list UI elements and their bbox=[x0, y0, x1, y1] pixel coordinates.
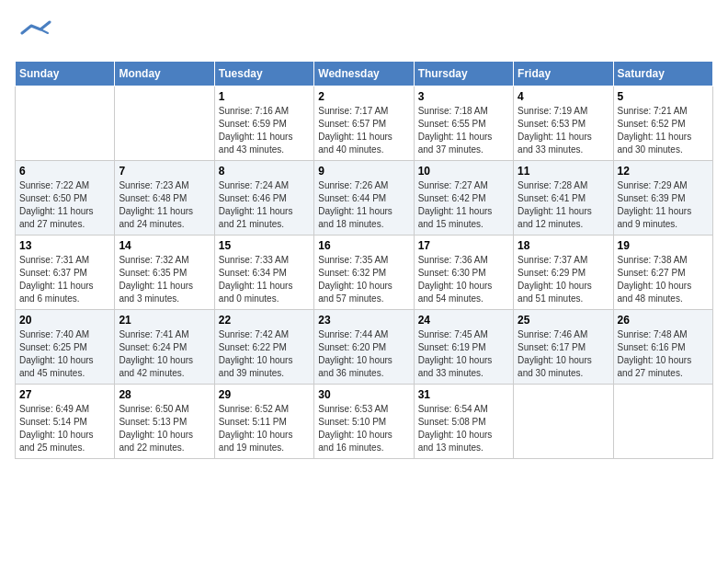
day-number: 4 bbox=[518, 90, 609, 103]
day-number: 29 bbox=[219, 388, 310, 401]
day-header-tuesday: Tuesday bbox=[214, 62, 313, 86]
day-number: 10 bbox=[418, 165, 509, 178]
page-header bbox=[15, 15, 713, 52]
day-info: Sunrise: 7:28 AMSunset: 6:41 PMDaylight:… bbox=[518, 179, 609, 231]
day-info: Sunrise: 6:50 AMSunset: 5:13 PMDaylight:… bbox=[119, 403, 210, 454]
day-number: 8 bbox=[219, 165, 310, 178]
day-info: Sunrise: 6:54 AMSunset: 5:08 PMDaylight:… bbox=[418, 403, 509, 454]
day-number: 1 bbox=[219, 90, 310, 103]
day-header-sunday: Sunday bbox=[16, 62, 115, 86]
day-number: 30 bbox=[318, 388, 409, 401]
day-info: Sunrise: 7:31 AMSunset: 6:37 PMDaylight:… bbox=[19, 254, 110, 305]
day-number: 9 bbox=[318, 165, 409, 178]
day-info: Sunrise: 7:41 AMSunset: 6:24 PMDaylight:… bbox=[119, 328, 210, 380]
day-header-friday: Friday bbox=[514, 62, 613, 86]
day-info: Sunrise: 7:26 AMSunset: 6:44 PMDaylight:… bbox=[318, 179, 409, 231]
day-number: 5 bbox=[618, 90, 709, 103]
day-number: 27 bbox=[19, 388, 110, 401]
calendar-cell: 6Sunrise: 7:22 AMSunset: 6:50 PMDaylight… bbox=[16, 161, 115, 236]
day-number: 15 bbox=[219, 239, 310, 252]
day-number: 19 bbox=[618, 239, 709, 252]
day-info: Sunrise: 6:52 AMSunset: 5:11 PMDaylight:… bbox=[219, 403, 310, 454]
day-number: 7 bbox=[119, 165, 210, 178]
calendar-cell: 27Sunrise: 6:49 AMSunset: 5:14 PMDayligh… bbox=[16, 385, 115, 459]
day-info: Sunrise: 7:24 AMSunset: 6:46 PMDaylight:… bbox=[219, 179, 310, 231]
calendar-cell: 10Sunrise: 7:27 AMSunset: 6:42 PMDayligh… bbox=[414, 161, 513, 236]
day-header-saturday: Saturday bbox=[613, 62, 712, 86]
calendar-cell: 25Sunrise: 7:46 AMSunset: 6:17 PMDayligh… bbox=[514, 310, 613, 385]
day-header-monday: Monday bbox=[115, 62, 214, 86]
calendar-cell: 31Sunrise: 6:54 AMSunset: 5:08 PMDayligh… bbox=[414, 385, 513, 459]
logo bbox=[15, 15, 51, 52]
day-number: 18 bbox=[518, 239, 609, 252]
day-number: 13 bbox=[19, 239, 110, 252]
calendar-cell: 3Sunrise: 7:18 AMSunset: 6:55 PMDaylight… bbox=[414, 86, 513, 161]
day-info: Sunrise: 7:32 AMSunset: 6:35 PMDaylight:… bbox=[119, 254, 210, 305]
day-number: 25 bbox=[518, 314, 609, 327]
calendar-cell: 2Sunrise: 7:17 AMSunset: 6:57 PMDaylight… bbox=[314, 86, 414, 161]
calendar-cell: 8Sunrise: 7:24 AMSunset: 6:46 PMDaylight… bbox=[214, 161, 313, 236]
day-info: Sunrise: 7:22 AMSunset: 6:50 PMDaylight:… bbox=[19, 179, 110, 231]
day-info: Sunrise: 7:37 AMSunset: 6:29 PMDaylight:… bbox=[518, 254, 609, 305]
calendar-table: SundayMondayTuesdayWednesdayThursdayFrid… bbox=[15, 61, 713, 459]
calendar-cell: 1Sunrise: 7:16 AMSunset: 6:59 PMDaylight… bbox=[214, 86, 313, 161]
calendar-week-1: 1Sunrise: 7:16 AMSunset: 6:59 PMDaylight… bbox=[16, 86, 713, 161]
day-info: Sunrise: 7:16 AMSunset: 6:59 PMDaylight:… bbox=[219, 105, 310, 156]
day-number: 22 bbox=[219, 314, 310, 327]
day-number: 12 bbox=[618, 165, 709, 178]
day-info: Sunrise: 7:21 AMSunset: 6:52 PMDaylight:… bbox=[618, 105, 709, 156]
day-info: Sunrise: 7:27 AMSunset: 6:42 PMDaylight:… bbox=[418, 179, 509, 231]
calendar-cell: 15Sunrise: 7:33 AMSunset: 6:34 PMDayligh… bbox=[214, 236, 313, 310]
day-info: Sunrise: 7:40 AMSunset: 6:25 PMDaylight:… bbox=[19, 328, 110, 380]
calendar-cell bbox=[115, 86, 214, 161]
calendar-week-5: 27Sunrise: 6:49 AMSunset: 5:14 PMDayligh… bbox=[16, 385, 713, 459]
day-info: Sunrise: 7:48 AMSunset: 6:16 PMDaylight:… bbox=[618, 328, 709, 380]
day-number: 16 bbox=[318, 239, 409, 252]
calendar-cell: 21Sunrise: 7:41 AMSunset: 6:24 PMDayligh… bbox=[115, 310, 214, 385]
day-number: 14 bbox=[119, 239, 210, 252]
calendar-cell: 23Sunrise: 7:44 AMSunset: 6:20 PMDayligh… bbox=[314, 310, 414, 385]
day-number: 2 bbox=[318, 90, 409, 103]
day-info: Sunrise: 6:53 AMSunset: 5:10 PMDaylight:… bbox=[318, 403, 409, 454]
day-info: Sunrise: 7:35 AMSunset: 6:32 PMDaylight:… bbox=[318, 254, 409, 305]
calendar-cell: 20Sunrise: 7:40 AMSunset: 6:25 PMDayligh… bbox=[16, 310, 115, 385]
day-number: 20 bbox=[19, 314, 110, 327]
calendar-cell: 13Sunrise: 7:31 AMSunset: 6:37 PMDayligh… bbox=[16, 236, 115, 310]
calendar-cell: 29Sunrise: 6:52 AMSunset: 5:11 PMDayligh… bbox=[214, 385, 313, 459]
day-header-thursday: Thursday bbox=[414, 62, 513, 86]
calendar-cell: 30Sunrise: 6:53 AMSunset: 5:10 PMDayligh… bbox=[314, 385, 414, 459]
day-info: Sunrise: 7:45 AMSunset: 6:19 PMDaylight:… bbox=[418, 328, 509, 380]
day-header-wednesday: Wednesday bbox=[314, 62, 414, 86]
calendar-cell bbox=[16, 86, 115, 161]
calendar-week-2: 6Sunrise: 7:22 AMSunset: 6:50 PMDaylight… bbox=[16, 161, 713, 236]
day-info: Sunrise: 7:33 AMSunset: 6:34 PMDaylight:… bbox=[219, 254, 310, 305]
day-info: Sunrise: 7:46 AMSunset: 6:17 PMDaylight:… bbox=[518, 328, 609, 380]
calendar-cell: 19Sunrise: 7:38 AMSunset: 6:27 PMDayligh… bbox=[613, 236, 712, 310]
calendar-week-3: 13Sunrise: 7:31 AMSunset: 6:37 PMDayligh… bbox=[16, 236, 713, 310]
day-info: Sunrise: 7:38 AMSunset: 6:27 PMDaylight:… bbox=[618, 254, 709, 305]
calendar-cell: 28Sunrise: 6:50 AMSunset: 5:13 PMDayligh… bbox=[115, 385, 214, 459]
day-info: Sunrise: 7:29 AMSunset: 6:39 PMDaylight:… bbox=[618, 179, 709, 231]
day-number: 11 bbox=[518, 165, 609, 178]
calendar-cell bbox=[613, 385, 712, 459]
day-number: 3 bbox=[418, 90, 509, 103]
day-number: 28 bbox=[119, 388, 210, 401]
day-info: Sunrise: 6:49 AMSunset: 5:14 PMDaylight:… bbox=[19, 403, 110, 454]
day-number: 21 bbox=[119, 314, 210, 327]
calendar-header-row: SundayMondayTuesdayWednesdayThursdayFrid… bbox=[16, 62, 713, 86]
calendar-cell bbox=[514, 385, 613, 459]
day-info: Sunrise: 7:17 AMSunset: 6:57 PMDaylight:… bbox=[318, 105, 409, 156]
day-info: Sunrise: 7:23 AMSunset: 6:48 PMDaylight:… bbox=[119, 179, 210, 231]
calendar-cell: 24Sunrise: 7:45 AMSunset: 6:19 PMDayligh… bbox=[414, 310, 513, 385]
calendar-cell: 4Sunrise: 7:19 AMSunset: 6:53 PMDaylight… bbox=[514, 86, 613, 161]
calendar-week-4: 20Sunrise: 7:40 AMSunset: 6:25 PMDayligh… bbox=[16, 310, 713, 385]
day-info: Sunrise: 7:19 AMSunset: 6:53 PMDaylight:… bbox=[518, 105, 609, 156]
day-number: 26 bbox=[618, 314, 709, 327]
day-number: 6 bbox=[19, 165, 110, 178]
day-number: 23 bbox=[318, 314, 409, 327]
calendar-cell: 5Sunrise: 7:21 AMSunset: 6:52 PMDaylight… bbox=[613, 86, 712, 161]
logo-icon bbox=[15, 15, 51, 52]
day-info: Sunrise: 7:44 AMSunset: 6:20 PMDaylight:… bbox=[318, 328, 409, 380]
day-number: 24 bbox=[418, 314, 509, 327]
day-info: Sunrise: 7:36 AMSunset: 6:30 PMDaylight:… bbox=[418, 254, 509, 305]
